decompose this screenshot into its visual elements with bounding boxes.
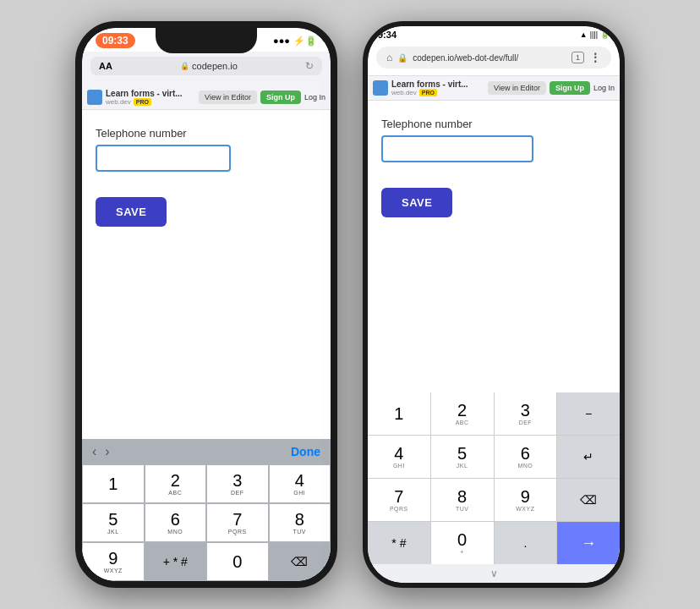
aa-label[interactable]: AA <box>99 61 112 71</box>
brand-text: Learn forms - virt... web.dev PRO <box>106 89 183 106</box>
next-arrow[interactable]: › <box>105 444 109 459</box>
android-brand-section: Learn forms - virt... web.dev PRO <box>373 80 468 96</box>
keyboard-nav: ‹ › <box>92 444 110 459</box>
iphone-keyboard: ‹ › Done 1 2 ABC 3 DEF <box>82 439 331 581</box>
brand-section: Learn forms - virt... web.dev PRO <box>87 89 183 106</box>
address-bar[interactable]: AA 🔒 codepen.io ↻ <box>90 57 322 75</box>
lock-icon-android: 🔒 <box>397 53 407 63</box>
akey-2[interactable]: 2 ABC <box>431 392 494 435</box>
android-status-icons: ▲ |||| 🔋 <box>580 30 610 39</box>
android-brand-text: Learn forms - virt... web.dev PRO <box>391 80 468 96</box>
key-delete[interactable]: ⌫ <box>269 542 331 581</box>
iphone-status-icons: ●●● ⚡🔋 <box>273 36 317 47</box>
android-site-logo <box>373 80 388 96</box>
login-button[interactable]: Log In <box>304 93 325 102</box>
tab-count[interactable]: 1 <box>571 52 584 63</box>
akey-8[interactable]: 8 TUV <box>431 479 494 521</box>
android-url-text: codepen.io/web-dot-dev/full/ <box>413 53 566 63</box>
telephone-input[interactable] <box>96 145 231 172</box>
akey-6[interactable]: 6 MNO <box>495 436 557 478</box>
pro-badge: PRO <box>134 98 151 106</box>
site-logo <box>87 90 102 105</box>
akey-3[interactable]: 3 DEF <box>495 392 557 435</box>
battery-icon: ⚡🔋 <box>293 36 317 47</box>
iphone-phone: 09:33 ●●● ⚡🔋 AA 🔒 codepen.io ↻ Lear <box>75 21 337 588</box>
signup-button[interactable]: Sign Up <box>260 91 301 104</box>
akey-9[interactable]: 9 WXYZ <box>495 479 557 521</box>
android-site-title: Learn forms - virt... <box>391 80 468 89</box>
akey-go[interactable]: → <box>557 522 620 564</box>
akey-7[interactable]: 7 PQRS <box>368 479 430 521</box>
home-icon[interactable]: ⌂ <box>386 52 392 63</box>
battery-android: 🔋 <box>600 30 610 39</box>
browser-chrome: AA 🔒 codepen.io ↻ <box>82 52 331 85</box>
toolbar-actions: View in Editor Sign Up Log In <box>199 91 325 104</box>
akey-dot[interactable]: . <box>495 522 557 564</box>
signal-bars: |||| <box>590 30 598 39</box>
android-keyboard: 1 2 ABC 3 DEF − 4 GHI <box>368 392 620 583</box>
key-4[interactable]: 4 GHI <box>269 464 331 503</box>
key-symbols[interactable]: + * # <box>145 542 207 581</box>
key-2[interactable]: 2 ABC <box>145 464 207 503</box>
android-site-toolbar: Learn forms - virt... web.dev PRO View i… <box>368 76 620 101</box>
akey-5[interactable]: 5 JKL <box>431 436 494 478</box>
signal-icon: ●●● <box>273 36 290 46</box>
site-title: Learn forms - virt... <box>106 89 183 98</box>
url-display: 🔒 codepen.io <box>180 61 238 71</box>
url-text: codepen.io <box>192 61 238 71</box>
akey-enter[interactable]: ↵ <box>557 436 620 478</box>
site-subtitle: web.dev <box>106 98 131 106</box>
akey-delete[interactable]: ⌫ <box>557 479 620 521</box>
key-5[interactable]: 5 JKL <box>82 503 145 542</box>
prev-arrow[interactable]: ‹ <box>92 444 96 459</box>
key-3[interactable]: 3 DEF <box>206 464 269 503</box>
keyboard-toolbar: ‹ › Done <box>82 439 331 464</box>
save-button[interactable]: SAVE <box>96 197 167 227</box>
android-telephone-label: Telephone number <box>381 118 606 130</box>
site-toolbar: Learn forms - virt... web.dev PRO View i… <box>82 85 331 110</box>
key-7[interactable]: 7 PQRS <box>206 503 269 542</box>
android-time: 9:34 <box>378 30 396 40</box>
android-signup-button[interactable]: Sign Up <box>550 81 590 95</box>
iphone-time: 09:33 <box>96 33 135 48</box>
key-1[interactable]: 1 <box>82 464 145 503</box>
android-page-content: Telephone number SAVE <box>368 101 620 392</box>
done-button[interactable]: Done <box>291 445 320 458</box>
wifi-icon: ▲ <box>580 30 588 39</box>
android-telephone-input[interactable] <box>381 135 533 162</box>
iphone-notch <box>156 28 257 53</box>
menu-icon[interactable]: ⋮ <box>589 51 601 64</box>
lock-icon: 🔒 <box>180 62 189 70</box>
android-save-button[interactable]: SAVE <box>381 188 452 217</box>
android-site-subtitle: web.dev <box>391 89 417 96</box>
android-numeric-keypad: 1 2 ABC 3 DEF − 4 GHI <box>368 392 620 564</box>
key-8[interactable]: 8 TUV <box>269 503 331 542</box>
page-content: Telephone number SAVE <box>82 110 331 439</box>
key-6[interactable]: 6 MNO <box>145 503 207 542</box>
android-toolbar-actions: View in Editor Sign Up Log In <box>488 81 615 95</box>
akey-1[interactable]: 1 <box>368 392 430 435</box>
android-view-editor-button[interactable]: View in Editor <box>488 81 546 95</box>
android-login-button[interactable]: Log In <box>593 84 615 92</box>
android-browser-chrome: ⌂ 🔒 codepen.io/web-dot-dev/full/ 1 ⋮ <box>368 43 620 76</box>
key-0[interactable]: 0 <box>206 542 269 581</box>
akey-special[interactable]: * # <box>368 522 430 564</box>
android-address-bar[interactable]: ⌂ 🔒 codepen.io/web-dot-dev/full/ 1 ⋮ <box>376 47 611 69</box>
reload-button[interactable]: ↻ <box>305 60 314 72</box>
numeric-keypad: 1 2 ABC 3 DEF 4 GHI 5 JKL <box>82 464 331 581</box>
android-phone: 9:34 ▲ |||| 🔋 ⌂ 🔒 codepen.io/web-dot-dev… <box>363 21 625 588</box>
android-pro-badge: PRO <box>419 89 437 96</box>
akey-0[interactable]: 0 + <box>431 522 494 564</box>
key-9[interactable]: 9 WXYZ <box>82 542 145 581</box>
akey-4[interactable]: 4 GHI <box>368 436 430 478</box>
akey-minus[interactable]: − <box>557 392 620 435</box>
telephone-label: Telephone number <box>96 127 317 140</box>
view-editor-button[interactable]: View in Editor <box>199 91 257 104</box>
keyboard-chevron[interactable]: ∨ <box>368 564 620 583</box>
android-status-bar: 9:34 ▲ |||| 🔋 <box>368 26 620 43</box>
